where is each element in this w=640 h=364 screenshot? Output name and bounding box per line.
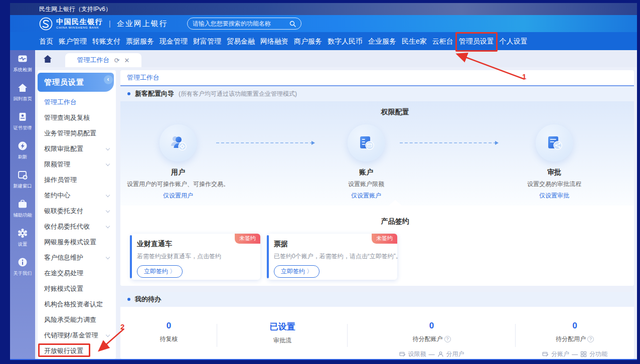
sidebar-item-reconciliation-mode[interactable]: 对账模式设置	[38, 281, 116, 296]
rail-item-new-window[interactable]: 新建窗口	[10, 169, 35, 190]
sidebar-item-agency-fund-mgmt[interactable]: 代销理财/基金管理	[38, 327, 116, 343]
product-card-bills: 未签约 票据 已签约0个账户，若需签约，请点击“立即签约”。 立即签约 〉	[268, 234, 397, 280]
stat-unassigned-accounts[interactable]: 0 待分配账户? 设限额 — 分用户	[348, 321, 516, 358]
browser-window: 民生网上银行（支持IPv6） 中国民生银行 CHINA MINSHENG BAN…	[10, 3, 637, 360]
chevron-down-icon	[106, 146, 110, 150]
sign-now-button[interactable]: 立即签约 〉	[274, 265, 319, 278]
rail-item-about[interactable]: 关于我们	[10, 257, 35, 277]
bank-name-en: CHINA MINSHENG BANK	[56, 26, 103, 29]
bank-logo[interactable]: 中国民生银行 CHINA MINSHENG BANK	[39, 17, 103, 31]
sidebar-item-signing-center[interactable]: 签约中心	[38, 188, 116, 203]
nav-item-trade-finance[interactable]: 贸易金融	[227, 36, 255, 46]
sidebar-item-customer-info[interactable]: 客户信息维护	[38, 250, 116, 265]
tab-close-icon[interactable]: ✕	[124, 57, 130, 64]
assign-function-link[interactable]: 分功能	[589, 350, 607, 358]
rail-item-accessibility[interactable]: 辅助功能	[10, 199, 35, 219]
set-account-only-link[interactable]: 仅设置账户	[306, 192, 426, 200]
assign-account-link[interactable]: 分账户	[551, 350, 569, 358]
main-nav: 首页 账户管理 转账支付 票据服务 现金管理 财富管理 贸易金融 网络融资 商户…	[10, 32, 637, 50]
portal-name: 企业网上银行	[117, 19, 168, 29]
rail-item-system-check[interactable]: 系统检测	[10, 53, 35, 73]
sidebar-item-in-transit[interactable]: 在途交易处理	[38, 265, 116, 281]
minsheng-logo-icon	[39, 17, 53, 31]
section-notch	[389, 200, 402, 206]
search-icon[interactable]	[289, 21, 296, 27]
sidebar-item-open-banking[interactable]: 开放银行设置	[38, 343, 116, 358]
sidebar-item-risk-survey[interactable]: 风险承受能力调查	[38, 312, 116, 327]
set-user-only-link[interactable]: 仅设置用户	[120, 192, 238, 200]
panel-menu: 管理工作台 管理查询及复核 业务管理简易配置 权限审批配置 限额管理 操作员管理…	[38, 92, 116, 358]
chevron-down-icon	[106, 162, 110, 166]
sidebar-item-unionpay-entrust[interactable]: 银联委托支付	[38, 203, 116, 219]
wizard-section-header: 新客配置向导 (所有客户均可通过该功能重置企业管理模式)	[120, 86, 634, 101]
sidebar-item-mgmt-query-review[interactable]: 管理查询及复核	[38, 110, 116, 125]
account-card-icon	[348, 124, 385, 161]
help-icon[interactable]: ?	[587, 336, 594, 342]
assign-user-link[interactable]: 分用户	[446, 350, 464, 358]
stat-approval-flow[interactable]: 已设置 审批流	[217, 321, 348, 358]
status-badge: 未签约	[235, 234, 260, 244]
permission-wizard: 权限配置	[120, 101, 634, 206]
nav-item-msb-ehome[interactable]: 民生e家	[402, 36, 427, 46]
rail-item-refresh[interactable]: 刷新	[10, 140, 35, 160]
nav-item-personal-settings[interactable]: 个人设置	[500, 36, 528, 46]
wizard-step-approval: 审批 设置交易的审批流程 仅设置审批	[494, 124, 614, 200]
nav-item-transfer[interactable]: 转账支付	[92, 36, 120, 46]
nav-item-wealth[interactable]: 财富管理	[193, 36, 221, 46]
bullet-icon	[127, 92, 130, 95]
bank-name: 中国民生银行	[56, 18, 103, 25]
window-title: 民生网上银行（支持IPv6）	[39, 6, 111, 13]
function-search[interactable]	[187, 18, 301, 30]
tab-bar: 管理工作台 ⟳ ✕	[35, 50, 637, 67]
stat-unassigned-users[interactable]: 0 待分配用户? 分账户 — 分功能	[516, 321, 634, 358]
nav-item-cloud-counter[interactable]: 云柜台	[432, 36, 453, 46]
nav-item-merchant[interactable]: 商户服务	[294, 36, 322, 46]
nav-item-digital-rmb[interactable]: 数字人民币	[328, 36, 363, 46]
sidebar-item-simple-config[interactable]: 业务管理简易配置	[38, 125, 116, 141]
sidebar-item-admin-workbench[interactable]: 管理工作台	[38, 94, 116, 110]
nav-item-accounts[interactable]: 账户管理	[59, 36, 87, 46]
gear-icon	[17, 228, 28, 239]
chevron-down-icon	[106, 193, 110, 197]
card-edit-icon	[399, 351, 406, 357]
nav-item-home[interactable]: 首页	[39, 36, 53, 46]
system-check-icon	[17, 53, 28, 64]
workbench-card: 管理工作台 新客配置向导 (所有客户均可通过该功能重置企业管理模式) 权限配置	[120, 70, 634, 286]
rail-item-certificates[interactable]: 证书管理	[10, 111, 35, 131]
rail-item-back-home[interactable]: 回到首页	[10, 82, 35, 102]
admin-settings-panel: 管理员设置 ‹ 管理工作台 管理查询及复核 业务管理简易配置 权限审批配置 限额…	[38, 70, 116, 359]
set-limit-link[interactable]: 设限额	[408, 350, 426, 358]
certificate-icon	[17, 111, 28, 122]
set-approval-only-link[interactable]: 仅设置审批	[494, 192, 614, 200]
arrow-right-icon	[216, 142, 313, 143]
help-icon[interactable]: ?	[444, 336, 451, 342]
sidebar-item-operator-mgmt[interactable]: 操作员管理	[38, 172, 116, 188]
new-window-icon	[17, 169, 28, 180]
search-input[interactable]	[193, 20, 289, 27]
tool-rail: 系统检测 回到首页 证书管理	[10, 50, 35, 359]
tab-admin-workbench[interactable]: 管理工作台 ⟳ ✕	[65, 53, 141, 67]
sidebar-item-qualified-investor[interactable]: 机构合格投资者认定	[38, 296, 116, 312]
sidebar-item-perm-approval-config[interactable]: 权限审批配置	[38, 141, 116, 156]
sidebar-item-ebank-service-mode[interactable]: 网银服务模式设置	[38, 234, 116, 250]
panel-collapse-button[interactable]: ‹	[104, 75, 113, 84]
tab-refresh-icon[interactable]: ⟳	[114, 57, 120, 64]
sidebar-item-collection-entrust[interactable]: 收付易委托代收	[38, 219, 116, 234]
sign-now-button[interactable]: 立即签约 〉	[137, 265, 183, 278]
user-icon	[437, 351, 444, 357]
page-title: 管理工作台	[120, 70, 634, 86]
wizard-step-user: 用户 设置用户的可操作账户、可操作交易。 仅设置用户	[120, 124, 238, 200]
todo-section-header: 我的待办	[120, 292, 634, 307]
nav-item-bills[interactable]: 票据服务	[126, 36, 154, 46]
nav-item-admin-settings[interactable]: 管理员设置	[459, 37, 494, 45]
nav-item-online-financing[interactable]: 网络融资	[260, 36, 288, 46]
stat-pending-review[interactable]: 0 待复核	[120, 321, 217, 358]
nav-item-enterprise[interactable]: 企业服务	[368, 36, 396, 46]
sidebar-item-limit-mgmt[interactable]: 限额管理	[38, 156, 116, 172]
approval-flow-icon	[536, 124, 573, 161]
window-titlebar: 民生网上银行（支持IPv6）	[10, 3, 637, 15]
rail-item-settings[interactable]: 设置	[10, 228, 35, 248]
tab-home-icon[interactable]	[43, 55, 52, 63]
nav-item-cash[interactable]: 现金管理	[159, 36, 188, 46]
grid-icon	[580, 351, 587, 357]
